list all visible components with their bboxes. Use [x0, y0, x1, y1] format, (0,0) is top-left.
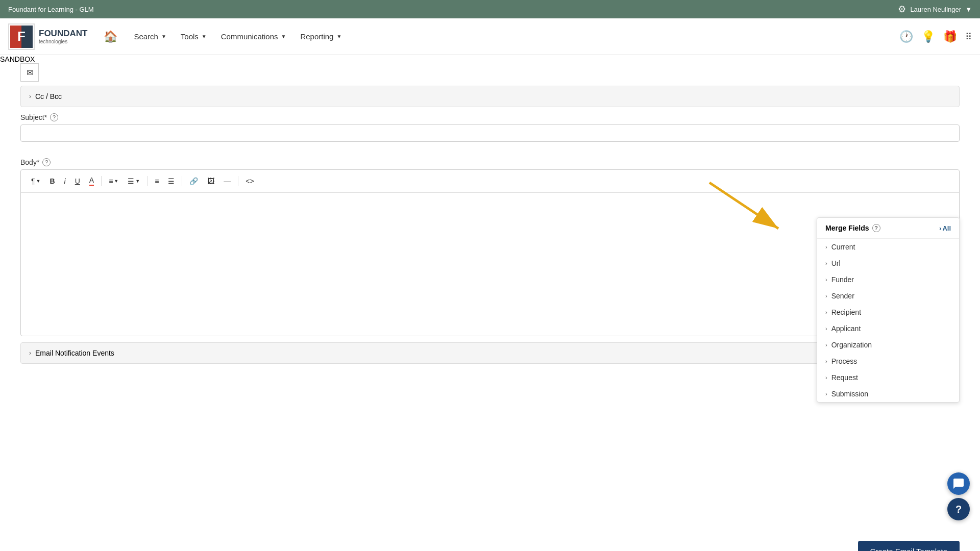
code-button[interactable]: <>	[241, 175, 258, 187]
hr-button[interactable]: —	[219, 175, 235, 187]
align-center-button[interactable]: ☰	[164, 175, 179, 187]
merge-chevron-url: ›	[825, 260, 827, 266]
communications-nav-item[interactable]: Communications ▼	[215, 28, 292, 45]
nav-bar: F FOUNDANT technologies 🏠 Search ▼ Tools…	[0, 18, 980, 55]
merge-label-recipient: Recipient	[831, 308, 861, 316]
body-help-icon[interactable]: ?	[42, 158, 51, 166]
merge-chevron-recipient: ›	[825, 309, 827, 315]
link-button[interactable]: 🔗	[185, 175, 202, 187]
unordered-list-button[interactable]: ☰ ▼	[124, 175, 144, 187]
merge-chevron-funder: ›	[825, 277, 827, 283]
settings-icon[interactable]: ⚙	[898, 4, 906, 15]
bold-button[interactable]: B	[45, 175, 59, 187]
merge-chevron-submission: ›	[825, 391, 827, 397]
merge-fields-help-icon[interactable]: ?	[872, 224, 880, 232]
code-icon: <>	[246, 177, 254, 185]
nav-links: 🏠 Search ▼ Tools ▼ Communications ▼ Repo…	[100, 26, 899, 47]
merge-item-sender[interactable]: ›Sender	[817, 288, 959, 304]
lightbulb-icon[interactable]: 💡	[921, 30, 935, 43]
reporting-nav-label: Reporting	[300, 32, 333, 41]
separator-3	[182, 176, 182, 186]
merge-item-applicant[interactable]: ›Applicant	[817, 320, 959, 337]
app-title: Foundant for Learning - GLM	[8, 6, 94, 13]
merge-item-current[interactable]: ›Current	[817, 239, 959, 255]
svg-text:F: F	[17, 29, 26, 44]
subject-input[interactable]	[20, 124, 960, 142]
subject-help-icon[interactable]: ?	[50, 113, 58, 121]
email-icon-button[interactable]: ✉	[20, 63, 39, 82]
cc-bcc-chevron: ›	[29, 93, 31, 100]
italic-button[interactable]: i	[60, 175, 70, 187]
merge-fields-title: Merge Fields	[825, 224, 869, 232]
merge-item-organization[interactable]: ›Organization	[817, 337, 959, 353]
search-nav-label: Search	[134, 32, 158, 41]
merge-label-current: Current	[831, 243, 855, 251]
grid-icon[interactable]: ⠿	[965, 31, 972, 42]
main-content: SANDBOX ✉ › Cc / Bcc Subject* ? Body* ? …	[0, 55, 980, 533]
reporting-nav-item[interactable]: Reporting ▼	[294, 28, 348, 45]
text-color-button[interactable]: A	[85, 174, 98, 188]
logo-area: F FOUNDANT technologies	[8, 23, 87, 50]
chat-icon	[952, 478, 965, 490]
home-button[interactable]: 🏠	[100, 26, 121, 47]
merge-label-applicant: Applicant	[831, 324, 861, 333]
separator-4	[238, 176, 238, 186]
underline-button[interactable]: U	[71, 175, 84, 187]
merge-label-process: Process	[831, 357, 857, 365]
link-icon: 🔗	[189, 177, 198, 185]
search-nav-item[interactable]: Search ▼	[128, 28, 172, 45]
email-notification-label: Email Notification Events	[35, 349, 114, 357]
search-dropdown-icon: ▼	[161, 34, 166, 39]
reporting-dropdown-icon: ▼	[336, 34, 341, 39]
paragraph-icon: ¶	[31, 177, 35, 185]
nav-right-icons: 🕐 💡 🎁 ⠿	[899, 30, 972, 43]
merge-item-funder[interactable]: ›Funder	[817, 271, 959, 288]
image-icon: 🖼	[207, 177, 214, 185]
top-bar: Foundant for Learning - GLM ⚙ Lauren Neu…	[0, 0, 980, 18]
logo-icon: F	[10, 26, 33, 48]
italic-icon: i	[64, 177, 66, 185]
merge-item-request[interactable]: ›Request	[817, 369, 959, 386]
logo-text: FOUNDANT technologies	[39, 29, 87, 44]
merge-fields-title-area: Merge Fields ?	[825, 224, 880, 232]
merge-chevron-organization: ›	[825, 342, 827, 348]
text-color-icon: A	[89, 176, 94, 186]
logo-box: F	[8, 23, 35, 50]
tools-dropdown-icon: ▼	[202, 34, 207, 39]
merge-all-chevron: ›	[939, 224, 941, 232]
separator-2	[147, 176, 148, 186]
paragraph-button[interactable]: ¶ ▼	[27, 175, 44, 187]
merge-item-url[interactable]: ›Url	[817, 255, 959, 271]
separator-1	[101, 176, 102, 186]
clock-icon[interactable]: 🕐	[899, 30, 913, 43]
ordered-list-button[interactable]: ≡ ▼	[105, 175, 122, 187]
notif-left: › Email Notification Events	[29, 349, 114, 357]
chat-bubble[interactable]	[947, 472, 970, 495]
ordered-list-icon: ≡	[109, 177, 113, 185]
cc-bcc-label: Cc / Bcc	[35, 92, 62, 101]
top-bar-right: ⚙ Lauren Neulinger ▼	[898, 4, 972, 15]
ol-dropdown-icon: ▼	[114, 179, 118, 184]
merge-item-recipient[interactable]: ›Recipient	[817, 304, 959, 320]
image-button[interactable]: 🖼	[203, 175, 218, 187]
merge-item-submission[interactable]: ›Submission	[817, 386, 959, 402]
create-email-template-button[interactable]: Create Email Template	[858, 541, 960, 551]
help-bubble[interactable]: ?	[947, 498, 970, 520]
merge-label-funder: Funder	[831, 276, 854, 284]
tools-nav-item[interactable]: Tools ▼	[175, 28, 213, 45]
gift-icon[interactable]: 🎁	[943, 30, 957, 43]
email-icon-row: ✉	[20, 63, 960, 82]
cc-bcc-row[interactable]: › Cc / Bcc	[20, 86, 960, 107]
merge-label-submission: Submission	[831, 390, 868, 398]
merge-fields-header: Merge Fields ? › All	[817, 218, 959, 239]
user-dropdown-icon[interactable]: ▼	[965, 6, 972, 13]
user-name[interactable]: Lauren Neulinger	[910, 6, 961, 13]
bold-icon: B	[50, 177, 55, 185]
merge-all-link[interactable]: › All	[939, 224, 951, 232]
merge-label-request: Request	[831, 373, 858, 382]
merge-item-process[interactable]: ›Process	[817, 353, 959, 369]
align-left-button[interactable]: ≡	[151, 175, 163, 187]
merge-all-label: All	[942, 224, 951, 232]
merge-chevron-current: ›	[825, 244, 827, 250]
hr-icon: —	[224, 177, 231, 185]
